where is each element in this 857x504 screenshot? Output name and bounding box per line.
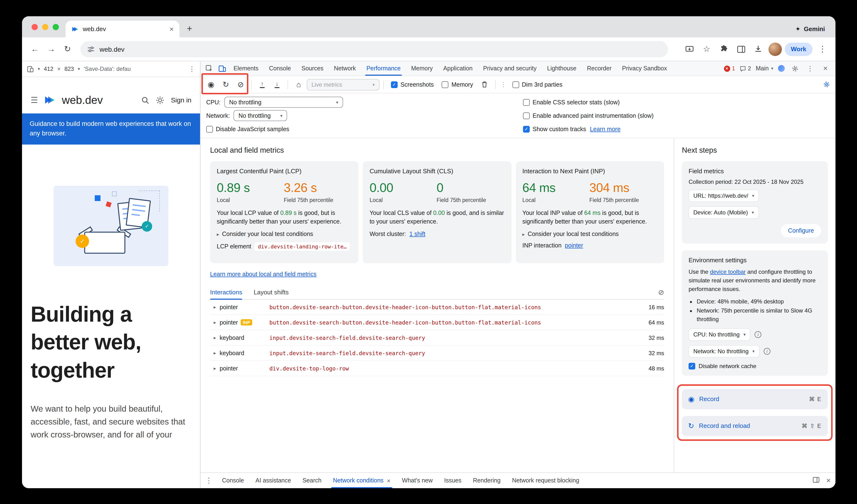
devtools-tab-lighthouse[interactable]: Lighthouse xyxy=(542,61,582,75)
drawer-tab-rendering[interactable]: Rendering xyxy=(467,473,506,488)
drawer-tab-what-s-new[interactable]: What's new xyxy=(396,473,438,488)
hamburger-menu-icon[interactable] xyxy=(31,95,38,105)
css-selector-stats-checkbox[interactable]: Enable CSS selector stats (slow) xyxy=(523,99,620,105)
interaction-target-link[interactable]: input.devsite-search-field.devsite-searc… xyxy=(269,350,635,356)
tab-layout-shifts[interactable]: Layout shifts xyxy=(254,285,288,299)
drawer-tab-console[interactable]: Console xyxy=(216,473,250,488)
row-expand-icon[interactable] xyxy=(210,335,220,340)
load-profile-button[interactable] xyxy=(255,78,269,91)
drawer-tab-network-request-blocking[interactable]: Network request blocking xyxy=(506,473,585,488)
interaction-target-link[interactable]: input.devsite-search-field.devsite-searc… xyxy=(269,334,635,341)
inspect-element-icon[interactable] xyxy=(202,62,215,75)
devtools-tab-recorder[interactable]: Recorder xyxy=(582,61,617,75)
drawer-tab-network-conditions[interactable]: Network conditions xyxy=(327,473,396,488)
lcp-element-link[interactable]: div.devsite-landing-row-ite… xyxy=(255,242,350,251)
viewport-width[interactable]: 412 xyxy=(44,66,53,72)
zoom-select-icon[interactable] xyxy=(78,67,80,71)
clear-button[interactable] xyxy=(234,78,247,91)
dim-third-parties-checkbox[interactable]: Dim 3rd parties xyxy=(512,81,562,88)
learn-more-metrics-link[interactable]: Learn more about local and field metrics xyxy=(210,271,317,278)
interaction-target-link[interactable]: div.devsite-top-logo-row xyxy=(269,365,635,372)
save-profile-button[interactable] xyxy=(270,78,284,91)
devtools-tab-privacy-sandbox[interactable]: Privacy Sandbox xyxy=(617,61,672,75)
info-icon[interactable] xyxy=(764,348,770,355)
device-toolbar-link[interactable]: device toolbar xyxy=(710,269,745,275)
custom-tracks-checkbox[interactable]: Show custom tracks xyxy=(523,125,586,132)
configure-button[interactable]: Configure xyxy=(781,224,821,237)
toolbar-handle-icon[interactable] xyxy=(500,81,506,88)
collect-garbage-icon[interactable] xyxy=(478,78,491,91)
chevron-down-icon[interactable] xyxy=(38,67,40,71)
screenshots-checkbox[interactable]: Screenshots xyxy=(391,81,434,88)
live-metrics-home-button[interactable] xyxy=(292,78,305,91)
devtools-tab-privacy-and-security[interactable]: Privacy and security xyxy=(478,61,542,75)
record-button-large[interactable]: Record ⌘ E xyxy=(682,389,828,409)
interaction-target-link[interactable]: button.devsite-search-button.devsite-hea… xyxy=(269,319,635,326)
clear-interactions-icon[interactable] xyxy=(658,288,664,297)
reload-button[interactable] xyxy=(60,42,74,56)
worst-cluster-link[interactable]: 1 shift xyxy=(409,231,425,238)
devtools-tab-memory[interactable]: Memory xyxy=(406,61,438,75)
sidebar-network-select[interactable]: Network: No throttling xyxy=(689,345,759,357)
dock-side-icon[interactable] xyxy=(812,476,820,485)
device-toolbar-menu-icon[interactable] xyxy=(188,65,195,73)
network-throttling-select[interactable]: No throttling xyxy=(234,110,287,121)
window-minimize-button[interactable] xyxy=(42,24,48,30)
gemini-button[interactable]: Gemini xyxy=(795,26,825,33)
devtools-tab-performance[interactable]: Performance xyxy=(361,61,406,75)
window-close-button[interactable] xyxy=(32,24,38,30)
devtools-settings-icon[interactable] xyxy=(790,63,800,74)
cpu-throttling-select[interactable]: No throttling xyxy=(224,97,343,108)
row-expand-icon[interactable] xyxy=(210,320,220,325)
theme-toggle-icon[interactable] xyxy=(156,96,164,104)
device-dimensions-icon[interactable] xyxy=(27,65,34,72)
info-icon[interactable] xyxy=(755,331,761,338)
disable-network-cache-checkbox[interactable]: Disable network cache xyxy=(689,363,821,370)
device-toolbar-toggle-icon[interactable] xyxy=(215,62,228,75)
console-messages-badge[interactable]: 2 xyxy=(740,65,751,71)
devtools-tab-network[interactable]: Network xyxy=(329,61,361,75)
drawer-tab-issues[interactable]: Issues xyxy=(439,473,467,488)
downloads-icon[interactable] xyxy=(751,42,766,56)
row-expand-icon[interactable] xyxy=(210,304,220,310)
devtools-tab-console[interactable]: Console xyxy=(264,61,296,75)
sign-in-button[interactable]: Sign in xyxy=(171,96,191,104)
history-select[interactable]: Live metrics xyxy=(307,79,380,90)
memory-checkbox[interactable]: Memory xyxy=(442,81,473,88)
window-zoom-button[interactable] xyxy=(53,24,59,30)
address-bar[interactable]: web.dev xyxy=(80,41,668,57)
back-button[interactable] xyxy=(28,42,42,56)
record-button[interactable] xyxy=(204,78,218,91)
browser-tab[interactable]: web.dev xyxy=(66,21,180,37)
device-select[interactable]: Device: Auto (Mobile) xyxy=(689,206,759,219)
devtools-close-icon[interactable] xyxy=(820,63,831,74)
record-and-reload-button[interactable] xyxy=(219,78,233,91)
side-panel-icon[interactable] xyxy=(734,42,748,56)
interaction-row[interactable]: keyboardinput.devsite-search-field.devsi… xyxy=(210,330,664,346)
interaction-row[interactable]: keyboardinput.devsite-search-field.devsi… xyxy=(210,346,664,361)
site-brand[interactable]: web.dev xyxy=(62,94,103,106)
webdev-logo-icon[interactable] xyxy=(44,94,56,106)
drawer-close-icon[interactable] xyxy=(826,476,831,485)
inp-interaction-link[interactable]: pointer xyxy=(565,242,583,249)
profile-button[interactable]: Work xyxy=(785,43,812,56)
avatar[interactable] xyxy=(768,43,782,56)
viewport-height[interactable]: 823 xyxy=(64,66,74,72)
interaction-row[interactable]: pointerbutton.devsite-search-button.devs… xyxy=(210,300,664,315)
devtools-menu-icon[interactable] xyxy=(805,63,816,74)
interaction-target-link[interactable]: button.devsite-search-button.devsite-hea… xyxy=(269,304,635,310)
browser-menu-icon[interactable] xyxy=(816,42,830,56)
console-errors-badge[interactable]: 1 xyxy=(724,65,735,71)
tab-interactions[interactable]: Interactions xyxy=(210,285,242,299)
devtools-tab-sources[interactable]: Sources xyxy=(296,61,329,75)
devtools-tab-elements[interactable]: Elements xyxy=(228,61,264,75)
interaction-row[interactable]: pointerINPbutton.devsite-search-button.d… xyxy=(210,315,664,330)
drawer-tab-ai-assistance[interactable]: AI assistance xyxy=(250,473,297,488)
forward-button[interactable] xyxy=(44,42,58,56)
client-hints-select[interactable]: 'Save-Data': defau xyxy=(84,66,131,72)
sidebar-cpu-select[interactable]: CPU: No throttling xyxy=(689,328,750,341)
drawer-menu-icon[interactable] xyxy=(205,476,213,485)
advanced-paint-checkbox[interactable]: Enable advanced paint instrumentation (s… xyxy=(523,112,654,119)
row-expand-icon[interactable] xyxy=(210,366,220,371)
interaction-row[interactable]: pointerdiv.devsite-top-logo-row48 ms xyxy=(210,361,664,376)
